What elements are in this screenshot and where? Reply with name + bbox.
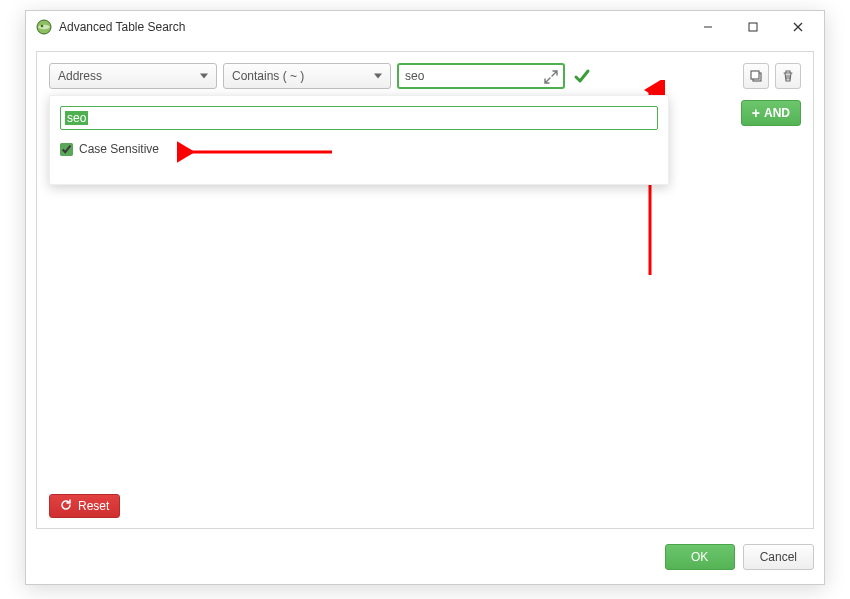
add-and-button[interactable]: + AND (741, 100, 801, 126)
value-input-text: seo (405, 69, 424, 83)
filter-row: Address Contains ( ~ ) seo (49, 63, 801, 89)
add-and-label: AND (764, 106, 790, 120)
chevron-down-icon (200, 74, 208, 79)
svg-rect-7 (751, 71, 759, 79)
value-input[interactable]: seo (397, 63, 565, 89)
svg-rect-3 (749, 23, 757, 31)
value-popup: seo Case Sensitive (49, 95, 669, 185)
dialog-footer: OK Cancel (36, 542, 814, 572)
minimize-button[interactable] (685, 13, 730, 41)
reset-label: Reset (78, 499, 109, 513)
reset-button[interactable]: Reset (49, 494, 120, 518)
case-sensitive-label: Case Sensitive (79, 142, 159, 156)
expand-icon[interactable] (542, 68, 560, 86)
content-panel: Address Contains ( ~ ) seo (36, 51, 814, 529)
cancel-button[interactable]: Cancel (743, 544, 814, 570)
annotation-arrow-horizontal (177, 140, 337, 164)
app-icon (36, 19, 52, 35)
ok-label: OK (691, 550, 708, 564)
operator-dropdown-label: Contains ( ~ ) (232, 69, 304, 83)
confirm-button[interactable] (571, 63, 593, 89)
case-sensitive-row: Case Sensitive (60, 142, 159, 156)
cancel-label: Cancel (760, 550, 797, 564)
close-button[interactable] (775, 13, 820, 41)
field-dropdown-label: Address (58, 69, 102, 83)
popup-text-input[interactable]: seo (60, 106, 658, 130)
case-sensitive-checkbox[interactable] (60, 143, 73, 156)
svg-point-1 (41, 25, 44, 28)
plus-icon: + (752, 105, 760, 121)
copy-button[interactable] (743, 63, 769, 89)
ok-button[interactable]: OK (665, 544, 735, 570)
window-title: Advanced Table Search (59, 20, 685, 34)
field-dropdown[interactable]: Address (49, 63, 217, 89)
window-controls (685, 13, 820, 41)
refresh-icon (60, 499, 72, 514)
popup-text-value: seo (65, 111, 88, 125)
operator-dropdown[interactable]: Contains ( ~ ) (223, 63, 391, 89)
maximize-button[interactable] (730, 13, 775, 41)
titlebar: Advanced Table Search (26, 11, 824, 43)
dialog-window: Advanced Table Search Address Contains (… (25, 10, 825, 585)
chevron-down-icon (374, 74, 382, 79)
delete-button[interactable] (775, 63, 801, 89)
